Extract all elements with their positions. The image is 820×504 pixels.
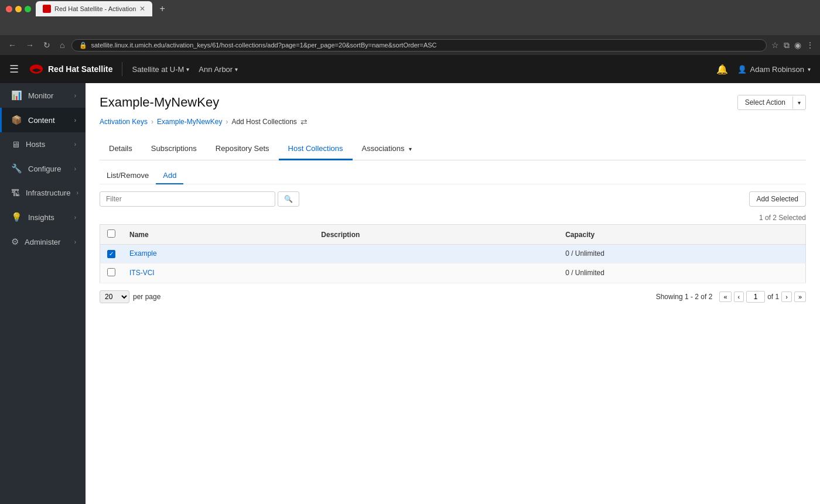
forward-button[interactable]: →: [23, 39, 36, 51]
user-menu[interactable]: 👤 Adam Robinson ▾: [737, 65, 811, 74]
extensions-button[interactable]: ⧉: [784, 40, 790, 50]
tab-associations[interactable]: Associations ▾: [353, 138, 422, 160]
address-bar[interactable]: 🔒 satellite.linux.it.umich.edu/activatio…: [71, 39, 767, 52]
pagination-controls: Showing 1 - 2 of 2 « ‹ of 1 › »: [656, 291, 806, 303]
hosts-icon: 🖥: [11, 139, 20, 149]
brand-logo: Red Hat Satellite: [28, 61, 112, 77]
browser-chrome: Red Hat Satellite - Activation ✕ +: [0, 0, 820, 35]
sidebar-item-insights[interactable]: 💡 Insights ›: [0, 205, 86, 229]
browser-window-controls: [6, 6, 31, 12]
redhat-icon: [28, 61, 45, 77]
breadcrumb-current-page: Add Host Collections: [231, 118, 296, 126]
breadcrumb-current-key[interactable]: Example-MyNewKey: [157, 118, 222, 126]
menu-button[interactable]: ⋮: [806, 40, 814, 50]
table-row: ITS-VCI 0 / Unlimited: [100, 263, 806, 283]
breadcrumb: Activation Keys › Example-MyNewKey › Add…: [100, 117, 806, 126]
filter-input[interactable]: [100, 191, 275, 207]
notifications-button[interactable]: 🔔: [716, 64, 728, 75]
sidebar-item-hosts[interactable]: 🖥 Hosts ›: [0, 132, 86, 156]
tab-close-button[interactable]: ✕: [139, 5, 145, 13]
back-button[interactable]: ←: [6, 39, 19, 51]
sidebar-item-administer[interactable]: ⚙ Administer ›: [0, 229, 86, 254]
sidebar-item-configure[interactable]: 🔧 Configure ›: [0, 156, 86, 181]
next-page-button[interactable]: ›: [781, 292, 792, 302]
user-chevron-icon: ▾: [808, 66, 811, 73]
row-checkbox-cell[interactable]: ✓: [100, 245, 123, 263]
sub-tab-list-remove[interactable]: List/Remove: [100, 167, 156, 184]
table-header: Name Description Capacity: [100, 225, 806, 245]
pagination-row: 20 50 100 per page Showing 1 - 2 of 2 « …: [100, 286, 806, 308]
tab-favicon: [43, 5, 51, 13]
table-row: ✓ Example 0 / Unlimited: [100, 245, 806, 263]
insights-chevron-icon: ›: [74, 214, 76, 221]
row-capacity-cell: 0 / Unlimited: [558, 263, 805, 283]
sidebar-item-infrastructure[interactable]: 🏗 Infrastructure ›: [0, 181, 86, 205]
reload-button[interactable]: ↻: [41, 39, 53, 51]
ssl-lock-icon: 🔒: [79, 42, 87, 49]
first-page-button[interactable]: «: [719, 292, 731, 302]
close-window-dot[interactable]: [6, 6, 12, 12]
row-description-cell: [314, 245, 558, 263]
location-dropdown[interactable]: Ann Arbor ▾: [199, 65, 238, 74]
profile-button[interactable]: ◉: [794, 40, 801, 50]
hamburger-menu-button[interactable]: ☰: [9, 63, 19, 76]
configure-icon: 🔧: [11, 163, 22, 174]
url-text: satellite.linux.it.umich.edu/activation_…: [91, 42, 436, 49]
per-page-label: per page: [133, 293, 160, 301]
home-button[interactable]: ⌂: [57, 39, 67, 51]
sidebar-item-content[interactable]: 📦 Content ›: [0, 108, 86, 132]
content-area: Example-MyNewKey Select Action ▾ Activat…: [86, 83, 820, 504]
row-name-cell: ITS-VCI: [122, 263, 314, 283]
new-tab-button[interactable]: +: [159, 1, 165, 16]
prev-page-button[interactable]: ‹: [734, 292, 744, 302]
add-selected-button[interactable]: Add Selected: [749, 191, 806, 207]
filter-search-button[interactable]: 🔍: [278, 191, 299, 207]
filter-row: 🔍 Add Selected: [100, 191, 806, 207]
breadcrumb-settings-icon[interactable]: ⇄: [300, 117, 308, 126]
sidebar-label-infrastructure: Infrastructure: [26, 188, 71, 197]
tab-details[interactable]: Details: [100, 138, 142, 160]
user-name: Adam Robinson: [750, 65, 805, 74]
main-area: 📊 Monitor › 📦 Content › 🖥 Hosts › 🔧 Conf…: [0, 83, 820, 504]
tab-label: Red Hat Satellite - Activation: [54, 5, 136, 12]
select-action-caret-button[interactable]: ▾: [792, 97, 805, 109]
minimize-window-dot[interactable]: [15, 6, 22, 12]
bookmark-button[interactable]: ☆: [771, 40, 779, 50]
page-title: Example-MyNewKey: [100, 95, 219, 110]
current-page-input[interactable]: [746, 291, 765, 303]
maximize-window-dot[interactable]: [25, 6, 31, 12]
configure-chevron-icon: ›: [74, 166, 76, 172]
sidebar-item-monitor[interactable]: 📊 Monitor ›: [0, 83, 86, 108]
row-checkbox-checked[interactable]: ✓: [107, 250, 115, 258]
sidebar-label-insights: Insights: [28, 213, 69, 222]
page-header: Example-MyNewKey Select Action ▾: [100, 95, 806, 110]
column-header-description: Description: [314, 225, 558, 245]
sub-tab-bar: List/Remove Add: [100, 167, 806, 184]
tab-host-collections[interactable]: Host Collections: [279, 138, 353, 160]
tab-subscriptions[interactable]: Subscriptions: [142, 138, 206, 160]
location-name: Ann Arbor: [199, 65, 233, 74]
breadcrumb-activation-keys[interactable]: Activation Keys: [100, 118, 148, 126]
per-page-select[interactable]: 20 50 100: [100, 290, 129, 303]
row-checkbox-cell[interactable]: [100, 263, 123, 283]
browser-tab[interactable]: Red Hat Satellite - Activation ✕: [36, 1, 152, 16]
row-name-link[interactable]: ITS-VCI: [129, 269, 155, 277]
select-all-checkbox[interactable]: [107, 229, 115, 238]
sub-tab-add[interactable]: Add: [156, 167, 183, 184]
column-header-capacity: Capacity: [558, 225, 805, 245]
sidebar: 📊 Monitor › 📦 Content › 🖥 Hosts › 🔧 Conf…: [0, 83, 86, 504]
sidebar-label-monitor: Monitor: [28, 91, 69, 100]
last-page-button[interactable]: »: [794, 292, 806, 302]
select-action-button[interactable]: Select Action: [738, 95, 792, 109]
org-dropdown[interactable]: Satellite at U-M ▾: [132, 65, 189, 74]
select-action-dropdown[interactable]: Select Action ▾: [737, 95, 806, 110]
sidebar-label-content: Content: [28, 116, 69, 125]
tab-repository-sets[interactable]: Repository Sets: [206, 138, 279, 160]
sidebar-label-hosts: Hosts: [26, 140, 69, 149]
infrastructure-icon: 🏗: [11, 188, 20, 198]
row-checkbox[interactable]: [107, 268, 115, 276]
row-name-link[interactable]: Example: [129, 249, 157, 258]
browser-titlebar: Red Hat Satellite - Activation ✕ +: [0, 0, 820, 18]
per-page-control: 20 50 100 per page: [100, 290, 160, 303]
administer-chevron-icon: ›: [74, 239, 76, 245]
